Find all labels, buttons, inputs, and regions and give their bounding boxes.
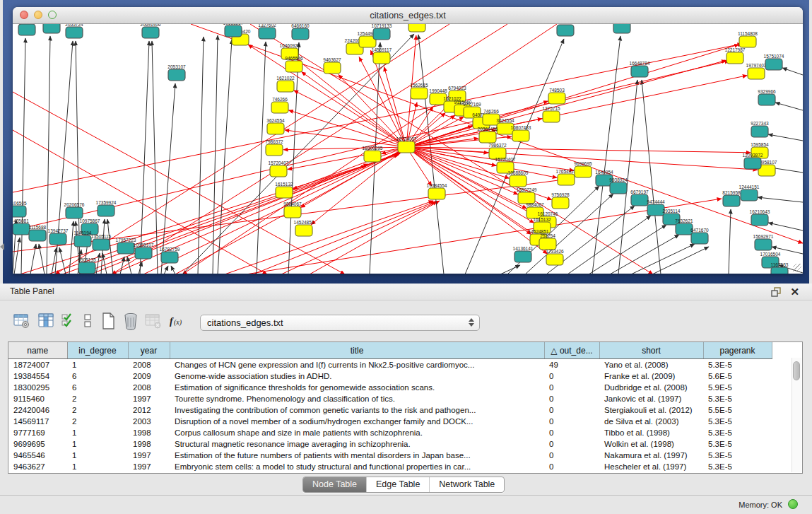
graph-node[interactable]: 16210643 (750, 209, 770, 226)
graph-node[interactable]: 14136141 (513, 246, 534, 262)
table-cell[interactable]: 2012 (128, 404, 170, 416)
graph-edge-selected[interactable] (302, 72, 406, 147)
table-cell[interactable]: 1998 (128, 438, 170, 450)
column-header-year[interactable]: year (128, 342, 170, 359)
column-header-name[interactable]: name (8, 342, 67, 359)
graph-node[interactable]: 15720407 (269, 160, 289, 177)
graph-node[interactable]: 2053107 (167, 64, 186, 81)
graph-edge[interactable] (768, 134, 803, 141)
column-header-short[interactable]: short (599, 342, 703, 359)
graph-edge-selected[interactable] (253, 201, 435, 274)
graph-node[interactable]: 2055724 (65, 24, 83, 38)
graph-edge-selected[interactable] (359, 57, 406, 147)
graph-node[interactable]: 748503 (548, 88, 565, 104)
table-cell[interactable]: Estimation of significance thresholds fo… (170, 382, 544, 393)
graph-node[interactable]: 3624554 (266, 118, 285, 134)
graph-node[interactable]: 20206576 (64, 202, 85, 218)
graph-node[interactable]: 13505115 (91, 234, 112, 250)
table-cell[interactable]: 0 (544, 370, 599, 382)
graph-edge[interactable] (21, 38, 25, 274)
graph-node[interactable]: 6679197 (630, 189, 649, 206)
graph-edge[interactable] (768, 223, 803, 230)
table-cell[interactable]: 22420046 (8, 404, 67, 416)
graph-node[interactable]: 9884067 (283, 201, 302, 218)
table-cell[interactable]: de Silva et al. (2003) (599, 416, 703, 427)
table-cell[interactable]: 5.9E-5 (703, 382, 772, 393)
network-window-titlebar[interactable]: citations_edges.txt (13, 7, 803, 24)
new-table-icon[interactable] (99, 312, 117, 330)
table-cell[interactable]: 9777169 (8, 427, 67, 438)
graph-node[interactable]: 19384554 (427, 183, 447, 199)
table-cell[interactable]: 6 (67, 370, 128, 382)
table-cell[interactable]: 9699695 (8, 438, 67, 450)
graph-node[interactable]: 16053809 (555, 24, 576, 36)
graph-node[interactable]: 10653257 (223, 24, 244, 37)
show-columns-icon[interactable] (37, 312, 55, 330)
graph-node[interactable]: 17359924 (96, 200, 117, 216)
table-cell[interactable]: 1 (67, 427, 128, 438)
graph-edge[interactable] (120, 257, 124, 274)
graph-node[interactable]: 1145194 (74, 230, 92, 247)
table-cell[interactable]: 2008 (128, 382, 170, 393)
table-cell[interactable]: 18300295 (8, 382, 67, 393)
table-cell[interactable]: Corpus callosum shape and size in male p… (170, 427, 544, 438)
graph-node[interactable]: 435081 (13, 218, 30, 235)
table-cell[interactable]: 2009 (128, 370, 170, 382)
graph-node[interactable]: 20364456 (478, 127, 498, 143)
table-cell[interactable]: 0 (544, 382, 599, 393)
network-canvas[interactable]: 1872400715626151990448679402316210229115… (13, 24, 803, 274)
graph-node[interactable]: 10975867 (17, 24, 37, 35)
table-cell[interactable]: 1 (67, 461, 128, 472)
graph-edge[interactable] (642, 80, 661, 274)
graph-edge[interactable] (257, 42, 266, 274)
graph-edge-selected[interactable] (406, 147, 751, 153)
table-cell[interactable]: 5.3E-5 (703, 450, 772, 461)
table-cell[interactable]: 5.3E-5 (703, 438, 772, 450)
column-header-in_degree[interactable]: in_degree (67, 342, 128, 359)
tab-edge-table[interactable]: Edge Table (367, 477, 430, 492)
graph-node[interactable]: 20691406 (141, 24, 161, 38)
graph-node[interactable]: 1167533 (771, 262, 789, 274)
close-panel-icon[interactable]: ✕ (790, 286, 799, 298)
graph-edge-selected[interactable] (225, 201, 433, 274)
table-cell[interactable]: 19384554 (8, 370, 67, 382)
table-cell[interactable]: Tourette syndrome. Phenomenology and cla… (170, 393, 544, 404)
graph-node[interactable]: 252254 (539, 233, 556, 250)
graph-edge[interactable] (39, 244, 45, 274)
table-cell[interactable]: Disruption of a novel member of a sodium… (170, 416, 544, 427)
table-cell[interactable]: 49 (544, 359, 599, 371)
graph-node[interactable]: 14524851 (294, 220, 314, 236)
graph-node[interactable]: 1621022 (276, 76, 295, 92)
table-cell[interactable]: 5.6E-5 (703, 370, 772, 382)
table-cell[interactable]: Jankovic et al. (1997) (599, 393, 703, 404)
table-cell[interactable]: 6 (67, 382, 128, 393)
table-cell[interactable]: 9465546 (8, 450, 67, 461)
graph-edge[interactable] (152, 41, 158, 274)
delete-table-icon[interactable] (122, 312, 140, 330)
graph-node[interactable]: 9938924 (609, 177, 628, 194)
graph-node[interactable]: 6466160 (291, 24, 310, 40)
graph-node[interactable]: 8215958 (722, 190, 741, 206)
graph-edge-selected[interactable] (293, 147, 406, 189)
table-cell[interactable]: 0 (544, 450, 599, 461)
table-cell[interactable]: Investigating the contribution of common… (170, 404, 544, 416)
graph-node[interactable]: 1615132 (275, 182, 293, 198)
table-cell[interactable]: Nakamura et al. (1997) (599, 450, 703, 461)
graph-node[interactable]: 12217987 (725, 47, 746, 64)
table-cell[interactable]: 2 (67, 393, 128, 404)
table-row[interactable]: 969969511998Structural magnetic resonanc… (8, 438, 772, 450)
table-cell[interactable]: 14569117 (8, 416, 67, 427)
table-cell[interactable]: Genome-wide association studies in ADHD. (170, 370, 544, 382)
table-cell[interactable]: Embryonic stem cells: a model to study s… (170, 461, 544, 472)
graph-node[interactable]: 1327602 (258, 24, 276, 39)
table-row[interactable]: 1872400712008Changes of HCN gene express… (8, 359, 772, 371)
float-panel-icon[interactable] (771, 287, 781, 297)
graph-edge-selected[interactable] (281, 201, 437, 274)
memory-status-indicator[interactable] (788, 499, 798, 509)
graph-node[interactable]: 10958107 (134, 243, 154, 259)
graph-node[interactable]: 13942737 (42, 24, 62, 33)
graph-edge[interactable] (758, 197, 803, 202)
table-cell[interactable]: 0 (544, 427, 599, 438)
graph-node[interactable]: 10719133 (372, 24, 392, 40)
graph-node[interactable]: 6471670 (690, 228, 709, 244)
